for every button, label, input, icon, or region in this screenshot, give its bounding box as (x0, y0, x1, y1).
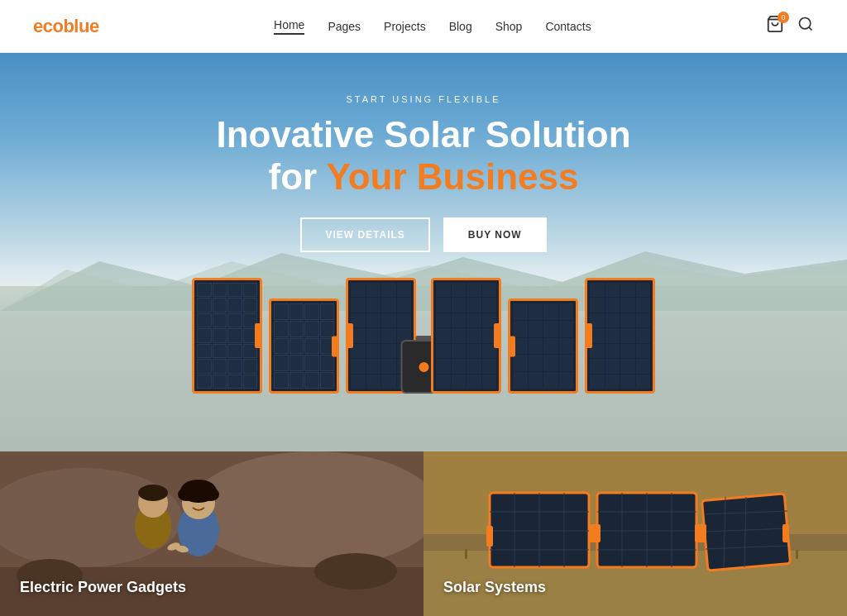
svg-point-17 (178, 488, 194, 501)
search-icon (797, 16, 814, 32)
card-solar-label: Solar Systems (443, 579, 546, 596)
hero-title: Inovative Solar Solution for Your Busine… (0, 114, 847, 198)
hero-title-highlight: Your Business (327, 156, 579, 197)
card-electric-gadgets[interactable]: Electric Power Gadgets (0, 451, 424, 616)
logo-part2: blue (63, 16, 98, 36)
nav-blog[interactable]: Blog (449, 20, 472, 33)
svg-point-10 (314, 553, 397, 590)
search-button[interactable] (797, 16, 814, 36)
bottom-grid: Electric Power Gadgets (0, 451, 847, 616)
hero-eyebrow: START USING FLEXIBLE (0, 94, 847, 104)
svg-rect-48 (486, 526, 493, 547)
hero-title-line1: Inovative Solar Solution (216, 114, 630, 155)
buy-now-button[interactable]: BUY NOW (443, 217, 547, 252)
svg-rect-24 (465, 549, 467, 559)
header-icons: 0 (766, 15, 814, 37)
svg-point-1 (800, 18, 811, 29)
nav-pages[interactable]: Pages (328, 20, 361, 33)
svg-rect-27 (796, 550, 798, 559)
hero-title-line2-prefix: for (269, 156, 327, 197)
hero-section: START USING FLEXIBLE Inovative Solar Sol… (0, 53, 847, 451)
nav-contacts[interactable]: Contacts (545, 20, 591, 33)
svg-point-18 (203, 488, 219, 501)
logo[interactable]: ecoblue (33, 16, 99, 37)
nav-projects[interactable]: Projects (384, 20, 426, 33)
panels-scene (175, 236, 672, 402)
cart-button[interactable]: 0 (766, 15, 784, 37)
logo-part1: eco (33, 16, 63, 36)
hero-buttons: VIEW DETAILS BUY NOW (0, 217, 847, 252)
svg-rect-49 (589, 524, 601, 542)
nav-home[interactable]: Home (274, 18, 304, 35)
hero-text-block: START USING FLEXIBLE Inovative Solar Sol… (0, 94, 847, 252)
header: ecoblue Home Pages Projects Blog Shop Co… (0, 0, 847, 53)
card-electric-label: Electric Power Gadgets (20, 579, 186, 596)
nav-shop[interactable]: Shop (495, 20, 523, 33)
card-solar-systems[interactable]: Solar Systems (424, 451, 847, 616)
svg-point-13 (138, 485, 168, 501)
main-nav: Home Pages Projects Blog Shop Contacts (274, 18, 591, 35)
svg-line-2 (809, 27, 812, 31)
svg-rect-50 (695, 524, 706, 542)
svg-rect-51 (782, 524, 789, 542)
cart-badge: 0 (778, 12, 789, 23)
view-details-button[interactable]: VIEW DETAILS (300, 217, 429, 252)
